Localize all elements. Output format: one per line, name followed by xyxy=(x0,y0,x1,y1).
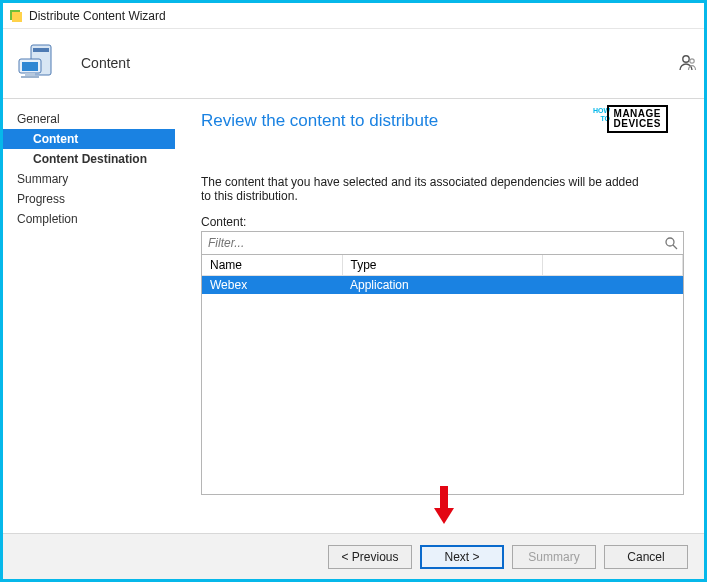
page-title: Content xyxy=(81,55,130,71)
table-header-row: Name Type xyxy=(202,255,683,276)
cancel-button[interactable]: Cancel xyxy=(604,545,688,569)
svg-line-11 xyxy=(673,245,677,249)
sidebar-item-summary[interactable]: Summary xyxy=(3,169,175,189)
previous-button[interactable]: < Previous xyxy=(328,545,412,569)
filter-box xyxy=(201,231,684,255)
svg-rect-7 xyxy=(21,76,39,78)
cell-name: Webex xyxy=(202,276,342,295)
content-grid[interactable]: Name Type Webex Application xyxy=(201,255,684,495)
cell-type: Application xyxy=(342,276,542,295)
content-label: Content: xyxy=(201,215,684,229)
filter-input[interactable] xyxy=(202,232,659,254)
wizard-body: General Content Content Destination Summ… xyxy=(3,99,704,531)
wizard-main-panel: HOW TO MANAGE DEVICES Review the content… xyxy=(175,99,704,531)
svg-point-8 xyxy=(683,56,689,62)
page-description: The content that you have selected and i… xyxy=(201,175,641,203)
svg-rect-3 xyxy=(33,48,49,52)
computer-icon xyxy=(17,39,65,86)
sidebar-item-general[interactable]: General xyxy=(3,109,175,129)
sidebar-item-progress[interactable]: Progress xyxy=(3,189,175,209)
sidebar-item-content[interactable]: Content xyxy=(3,129,175,149)
search-icon[interactable] xyxy=(659,232,683,254)
svg-point-10 xyxy=(666,238,674,246)
wizard-steps-sidebar: General Content Content Destination Summ… xyxy=(3,99,175,531)
sidebar-item-content-destination[interactable]: Content Destination xyxy=(3,149,175,169)
table-row[interactable]: Webex Application xyxy=(202,276,683,295)
svg-rect-5 xyxy=(22,62,38,71)
button-bar: < Previous Next > Summary Cancel xyxy=(3,533,704,579)
window-title: Distribute Content Wizard xyxy=(29,9,166,23)
user-icon xyxy=(678,53,698,76)
svg-rect-1 xyxy=(12,12,22,22)
sidebar-item-completion[interactable]: Completion xyxy=(3,209,175,229)
column-header-name[interactable]: Name xyxy=(202,255,342,276)
svg-rect-6 xyxy=(25,73,35,76)
svg-point-9 xyxy=(690,59,694,63)
column-header-spacer xyxy=(542,255,683,276)
column-header-type[interactable]: Type xyxy=(342,255,542,276)
summary-button: Summary xyxy=(512,545,596,569)
wizard-header: Content xyxy=(3,29,704,99)
watermark: MANAGE DEVICES xyxy=(607,105,668,133)
next-button[interactable]: Next > xyxy=(420,545,504,569)
app-icon xyxy=(9,9,23,23)
title-bar: Distribute Content Wizard xyxy=(3,3,704,29)
